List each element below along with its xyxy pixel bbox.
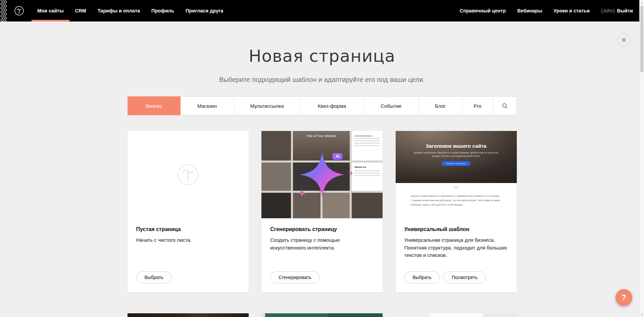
help-button[interactable]: ? xyxy=(615,289,632,306)
zigzag-icon xyxy=(0,0,7,21)
preview-site-title: Title of Your Website xyxy=(293,134,350,138)
preview-hero-title: Заголовок вашего сайта xyxy=(396,143,517,149)
user-name: (John) xyxy=(601,8,615,13)
close-icon xyxy=(621,37,627,43)
template-card-ai-generate[interactable]: Title of Your Website About us xyxy=(261,131,383,292)
preview-hero-button: Призыв к действию xyxy=(442,161,470,166)
collage-tile xyxy=(293,163,350,191)
card-footer: Сгенерировать xyxy=(261,271,383,292)
search-icon xyxy=(502,103,508,109)
new-page-dialog: Новая страница Выберите подходящий шабло… xyxy=(0,46,644,317)
text-placeholder-bar xyxy=(354,175,380,176)
collage-tile xyxy=(261,163,291,191)
tilda-watermark-icon xyxy=(175,162,201,188)
template-card-universal[interactable]: Заголовок вашего сайта Добавьте интересн… xyxy=(396,131,517,292)
nav-crm[interactable]: CRM xyxy=(69,0,92,21)
preview-chevron-strip xyxy=(396,183,517,191)
template-preview-partial xyxy=(396,313,517,317)
tab-multilink[interactable]: Мультиссылка xyxy=(234,97,300,115)
universal-template-preview: Заголовок вашего сайта Добавьте интересн… xyxy=(396,131,517,218)
card-body: Универсальный шаблон Универсальная стран… xyxy=(396,218,517,259)
card-footer: Выбрать Посмотреть xyxy=(396,271,517,292)
collage-tile xyxy=(323,193,350,218)
text-placeholder-bar xyxy=(354,135,372,137)
template-card-partial-1[interactable] xyxy=(128,313,249,317)
nav-tariffs[interactable]: Тарифы и оплата xyxy=(92,0,146,21)
preview-universal-button[interactable]: Посмотреть xyxy=(443,271,486,283)
collage-grid: Title of Your Website About us xyxy=(261,131,383,218)
template-card-blank[interactable]: Пустая страница Начать с чистого листа. … xyxy=(128,131,249,292)
text-placeholder-bar xyxy=(354,173,380,174)
template-category-tabs: Бизнес Магазин Мультиссылка Квиз-форма С… xyxy=(128,96,517,115)
preview-hero-subtitle: Добавьте интересные подробности о вашей … xyxy=(412,151,500,158)
card-body: Сгенерировать страницу Создать страницу … xyxy=(261,218,383,252)
template-preview-partial xyxy=(261,313,383,317)
secondary-nav: Справочный центр Вебинары Уроки и статьи… xyxy=(454,0,639,21)
blank-page-preview xyxy=(128,131,249,218)
collage-tile-text xyxy=(352,131,383,161)
template-card-partial-3[interactable] xyxy=(396,313,517,317)
page-subtitle: Выберите подходящий шаблон и адаптируйте… xyxy=(0,76,644,84)
nav-my-sites[interactable]: Мои сайты xyxy=(32,0,69,21)
preview-hero: Заголовок вашего сайта Добавьте интересн… xyxy=(396,131,517,183)
card-body: Пустая страница Начать с чистого листа. xyxy=(128,218,249,244)
scroll-up-arrow-icon[interactable]: ▲ xyxy=(640,0,644,5)
card-title: Пустая страница xyxy=(136,226,240,232)
card-title: Универсальный шаблон xyxy=(404,226,508,232)
page-title: Новая страница xyxy=(0,46,644,66)
ai-collage-preview: Title of Your Website About us xyxy=(261,131,383,218)
tab-search[interactable] xyxy=(493,97,516,115)
text-placeholder-bar xyxy=(354,140,380,141)
tab-event[interactable]: Событие xyxy=(364,97,419,115)
tab-quiz-form[interactable]: Квиз-форма xyxy=(300,97,364,115)
top-navbar: Мои сайты CRM Тарифы и оплата Профиль Пр… xyxy=(0,0,644,21)
collage-tile xyxy=(261,193,291,218)
close-button[interactable] xyxy=(617,33,631,47)
nav-invite-friend[interactable]: Пригласи друга xyxy=(180,0,229,21)
card-title: Сгенерировать страницу xyxy=(270,226,374,232)
text-placeholder-bar xyxy=(354,138,380,139)
collage-tile xyxy=(352,193,383,218)
card-footer: Выбрать xyxy=(128,271,249,292)
nav-profile[interactable]: Профиль xyxy=(146,0,180,21)
scrollbar[interactable]: ▲ ▼ xyxy=(639,0,644,317)
collage-tile xyxy=(261,131,291,161)
collage-tile-title: Title of Your Website xyxy=(293,131,350,161)
tilda-logo-icon[interactable] xyxy=(13,0,25,21)
tab-shop[interactable]: Магазин xyxy=(181,97,234,115)
tab-blog[interactable]: Блог xyxy=(419,97,462,115)
zigzag-pattern-decoration xyxy=(0,0,7,21)
scrollbar-thumb[interactable] xyxy=(640,5,643,73)
tab-business[interactable]: Бизнес xyxy=(128,97,181,115)
scroll-down-arrow-icon[interactable]: ▼ xyxy=(640,312,644,317)
tab-pro[interactable]: Pro xyxy=(462,97,493,115)
select-blank-button[interactable]: Выбрать xyxy=(136,271,172,283)
template-grid: Пустая страница Начать с чистого листа. … xyxy=(128,131,517,317)
preview-about-label: About us xyxy=(354,166,380,169)
collage-tile xyxy=(293,193,320,218)
preview-body-text: Коротко представьтесь и расскажите о ком… xyxy=(396,191,517,218)
main-nav: Мои сайты CRM Тарифы и оплата Профиль Пр… xyxy=(32,0,229,21)
card-description: Начать с чистого листа. xyxy=(136,236,240,244)
nav-user-logout[interactable]: (John) Выйти xyxy=(595,0,639,21)
logout-link[interactable]: Выйти xyxy=(617,8,633,13)
template-card-partial-2[interactable] xyxy=(261,313,383,317)
nav-lessons-articles[interactable]: Уроки и статьи xyxy=(548,0,595,21)
collage-tile-about: About us xyxy=(352,163,383,191)
text-placeholder-bar xyxy=(354,170,380,171)
chevron-down-icon xyxy=(454,186,458,189)
text-placeholder-bar xyxy=(354,143,380,144)
card-description: Создать страницу с помощью искусственног… xyxy=(270,236,374,252)
template-preview-partial xyxy=(128,313,249,317)
text-placeholder-bar xyxy=(354,145,380,146)
select-universal-button[interactable]: Выбрать xyxy=(404,271,440,283)
generate-button[interactable]: Сгенерировать xyxy=(270,271,320,283)
nav-webinars[interactable]: Вебинары xyxy=(511,0,548,21)
nav-help-center[interactable]: Справочный центр xyxy=(454,0,512,21)
card-description: Универсальная страница для бизнеса. Поня… xyxy=(404,236,508,259)
